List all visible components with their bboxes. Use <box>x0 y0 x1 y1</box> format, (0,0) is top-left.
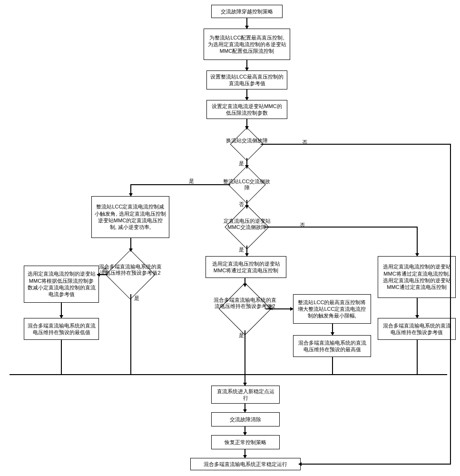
arrow <box>245 165 249 169</box>
conn <box>61 340 62 374</box>
yes-label-d3: 是 <box>239 246 244 253</box>
conn <box>99 274 108 275</box>
new-stable-box: 直流系统进入新稳定点运行 <box>211 386 280 404</box>
yes-label-d2: 是 <box>189 178 194 185</box>
text: 选用定直流电流控制的逆变站MMC将通过定直流电流控制, 选用定直流电压控制的逆变… <box>381 263 452 290</box>
decision-voltage-ref2-left <box>106 250 156 300</box>
arrow <box>245 26 249 29</box>
decision-voltage-ref2-center <box>219 283 271 335</box>
current-voltage-control-box: 选用定直流电流控制的逆变站MMC将通过定直流电流控制, 选用定直流电压控制的逆变… <box>378 256 456 298</box>
no-label-d3: 否 <box>300 222 305 229</box>
conn <box>261 144 451 145</box>
arrow <box>97 273 100 277</box>
text: 混合多端直流输电系统正常稳定运行 <box>204 461 287 467</box>
arrow <box>129 193 133 197</box>
text: 交流故障清除 <box>230 416 261 423</box>
conn <box>169 184 230 185</box>
arrow <box>243 432 247 436</box>
text: 选用定直流电流控制的逆变站MMC将根据低压限流控制参数减小定直流电流控制的直流电… <box>27 270 96 298</box>
bus-line <box>10 374 447 375</box>
arrow <box>243 284 247 287</box>
text: 交流故障穿越控制策略 <box>221 8 273 15</box>
yes-label-d5: 是 <box>239 332 244 339</box>
fault-clear-box: 交流故障清除 <box>211 412 280 426</box>
conn <box>332 357 333 374</box>
text: 设置定直流电流逆变站MMC的低压限流控制参数 <box>210 103 284 117</box>
text: 直流系统进入新稳定点运行 <box>215 388 276 402</box>
set-vref-box: 设置整流站LCC最高直压控制的直流电压参考值 <box>206 70 287 89</box>
arrow <box>415 253 419 257</box>
arrow <box>245 253 249 257</box>
current-limit-box: 选用定直流电流控制的逆变站MMC将根据低压限流控制参数减小定直流电流控制的直流电… <box>24 266 99 303</box>
normal-stable-box: 混合多端直流输电系统正常稳定运行 <box>190 458 301 470</box>
set-limit-box: 设置定直流电流逆变站MMC的低压限流控制参数 <box>206 100 287 119</box>
decision-rectifier-fault <box>228 166 265 203</box>
voltage-control-box: 选用定直流电压控制的逆变站MMC将通过定直流电压控制 <box>206 256 286 278</box>
arrow <box>245 97 249 100</box>
arrow <box>243 409 247 413</box>
conn <box>265 308 293 309</box>
arrow <box>415 315 419 318</box>
conn <box>245 374 245 386</box>
text: 整流站LCC定直流电流控制减小触发角, 选用定直流电压控制逆变站MMC的定直流电… <box>95 203 166 230</box>
yes-label-d1: 是 <box>239 160 244 167</box>
conn <box>417 227 418 256</box>
start-box: 交流故障穿越控制策略 <box>211 5 283 18</box>
conn <box>130 294 131 374</box>
arrow <box>290 307 294 311</box>
text: 选用定直流电压控制的逆变站MMC将通过定直流电压控制 <box>209 260 283 274</box>
conn <box>130 184 169 185</box>
voltage-max-box: 混合多端直流输电系统的直流电压维持在预设的最高值 <box>293 335 371 357</box>
arrow <box>243 455 247 458</box>
no-label-d5: 否 <box>268 304 274 311</box>
text: 整流站LCC的最高直压控制将增大整流站LCC定直流电流控制的触发角最小限幅, <box>296 299 368 319</box>
voltage-min-box: 混合多端直流输电系统的直流电压维持在预设的最低值 <box>24 318 99 340</box>
increase-angle-box: 整流站LCC的最高直压控制将增大整流站LCC定直流电流控制的触发角最小限幅, <box>293 294 371 324</box>
config-box: 为整流站LCC配置最高直压控制, 为选用定直流电流控制的各逆变站MMC配置低压限… <box>204 29 290 60</box>
conn <box>301 464 451 465</box>
restore-box: 恢复正常控制策略 <box>211 435 280 449</box>
text: 设置整流站LCC最高直压控制的直流电压参考值 <box>210 73 284 87</box>
no-label-d2: 否 <box>239 201 244 208</box>
text: 恢复正常控制策略 <box>225 439 266 446</box>
text: 混合多端直流输电系统的直流电压维持在预设的最低值 <box>27 322 96 336</box>
decision-inverter-mmc-fault <box>225 205 269 249</box>
arrow <box>59 315 63 318</box>
voltage-ref-box: 混合多端直流输电系统的直流电压维持在预设参考值 <box>378 318 456 340</box>
text: 混合多端直流输电系统的直流电压维持在预设参考值 <box>381 322 452 336</box>
decision-converter-fault <box>230 128 264 161</box>
arrow <box>245 68 249 71</box>
arrow <box>331 332 334 336</box>
conn <box>264 227 417 228</box>
no-label-d1: 否 <box>302 139 307 146</box>
rectifier-action-box: 整流站LCC定直流电流控制减小触发角, 选用定直流电压控制逆变站MMC的定直流电… <box>91 196 169 238</box>
yes-label-d4: 是 <box>134 295 139 302</box>
no-label-d4: 否 <box>102 267 108 274</box>
conn <box>450 144 451 464</box>
arrow <box>245 205 249 208</box>
text: 混合多端直流输电系统的直流电压维持在预设的最高值 <box>296 339 368 353</box>
arrow <box>129 248 133 252</box>
arrow <box>298 462 302 466</box>
text: 为整流站LCC配置最高直压控制, 为选用定直流电流控制的各逆变站MMC配置低压限… <box>207 34 287 55</box>
arrow <box>245 126 249 129</box>
conn <box>417 340 418 374</box>
